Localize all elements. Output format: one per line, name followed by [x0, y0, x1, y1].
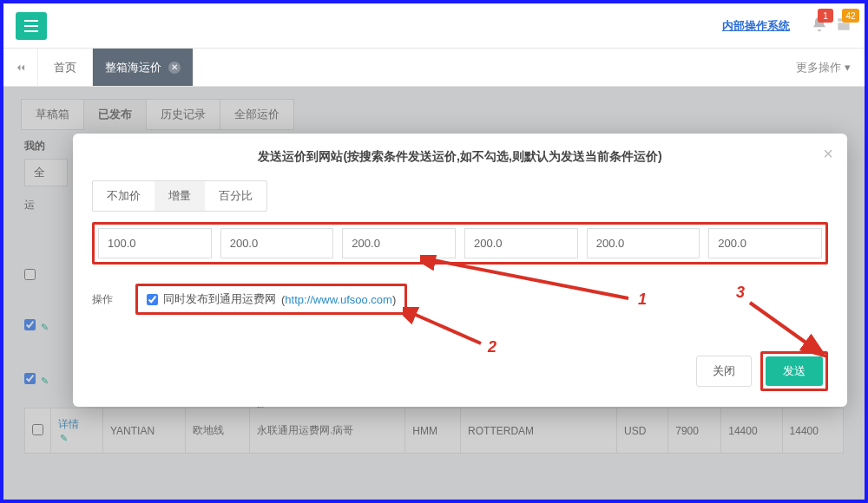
tab-home[interactable]: 首页 — [38, 49, 93, 86]
hamburger-icon — [24, 20, 38, 32]
chevron-down-icon: ▾ — [845, 61, 851, 74]
publish-checkbox[interactable] — [147, 294, 158, 305]
task-badge: 42 — [842, 9, 859, 23]
tab-bar: 首页 整箱海运价 ✕ 更多操作 ▾ — [3, 49, 865, 87]
more-ops-label: 更多操作 — [796, 60, 841, 75]
price-input-1[interactable] — [98, 228, 212, 258]
send-button[interactable]: 发送 — [766, 356, 823, 386]
svg-rect-0 — [24, 20, 38, 22]
tab-back-button[interactable] — [3, 49, 38, 86]
tab-active[interactable]: 整箱海运价 ✕ — [93, 49, 193, 86]
more-operations-button[interactable]: 更多操作 ▾ — [782, 49, 865, 86]
svg-rect-1 — [24, 25, 38, 27]
notification-badge: 1 — [818, 9, 833, 23]
price-input-2[interactable] — [220, 228, 334, 258]
publish-checkbox-label: 同时发布到通用运费网 — [163, 291, 276, 307]
price-input-5[interactable] — [587, 228, 700, 258]
modal-close-button[interactable]: × — [823, 144, 833, 164]
close-icon[interactable]: ✕ — [168, 62, 181, 74]
price-input-row — [92, 222, 828, 265]
publish-url-link[interactable]: http://www.ufsoo.com — [285, 293, 392, 306]
svg-rect-2 — [24, 30, 38, 32]
publish-label: 操作 — [92, 292, 123, 307]
chevron-double-left-icon — [15, 62, 27, 74]
close-button[interactable]: 关闭 — [696, 356, 752, 387]
task-icon-button[interactable]: 42 — [835, 16, 852, 36]
tab-active-label: 整箱海运价 — [105, 60, 161, 75]
price-input-3[interactable] — [342, 228, 456, 258]
notification-bell[interactable]: 1 — [811, 16, 828, 36]
modal-title: 发送运价到网站(按搜索条件发送运价,如不勾选,则默认为发送当前条件运价) — [92, 149, 828, 165]
top-header: 内部操作系统 1 42 — [3, 3, 865, 49]
price-mode-percent[interactable]: 百分比 — [205, 181, 266, 211]
price-input-6[interactable] — [708, 228, 822, 258]
menu-toggle-button[interactable] — [16, 12, 47, 40]
price-mode-none[interactable]: 不加价 — [93, 181, 155, 211]
internal-system-link[interactable]: 内部操作系统 — [722, 18, 790, 34]
price-mode-increment[interactable]: 增量 — [155, 181, 205, 211]
price-input-4[interactable] — [464, 228, 578, 258]
send-price-modal: × 发送运价到网站(按搜索条件发送运价,如不勾选,则默认为发送当前条件运价) 不… — [73, 134, 847, 407]
publish-url-wrap: (http://www.ufsoo.com) — [281, 293, 396, 306]
publish-option-box: 同时发布到通用运费网 (http://www.ufsoo.com) — [135, 284, 407, 315]
price-mode-tabs: 不加价 增量 百分比 — [92, 180, 267, 212]
